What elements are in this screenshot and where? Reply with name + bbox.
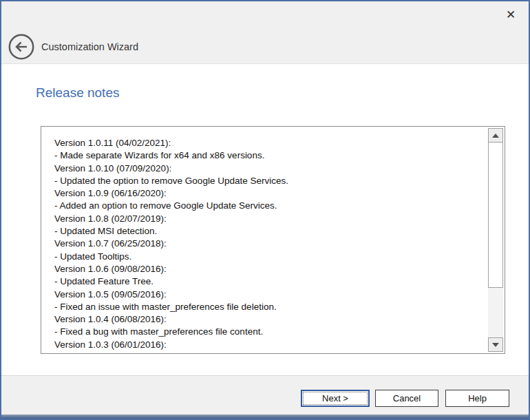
page-title: Release notes bbox=[36, 85, 119, 101]
release-notes-text: Version 1.0.11 (04/02/2021): - Made sepa… bbox=[41, 127, 486, 353]
scroll-up-icon bbox=[492, 134, 499, 138]
scrollbar-track[interactable] bbox=[488, 288, 503, 337]
wizard-window: Customization Wizard ✕ Release notes Ver… bbox=[0, 0, 530, 420]
scrollbar-thumb[interactable] bbox=[488, 143, 503, 288]
wizard-header: Customization Wizard ✕ bbox=[1, 1, 529, 64]
scroll-down-button[interactable] bbox=[488, 337, 503, 352]
window-title: Customization Wizard bbox=[41, 41, 138, 52]
scroll-up-button[interactable] bbox=[488, 128, 503, 143]
scroll-down-icon bbox=[492, 343, 499, 347]
help-button[interactable]: Help bbox=[445, 390, 509, 407]
release-notes-box[interactable]: Version 1.0.11 (04/02/2021): - Made sepa… bbox=[41, 126, 505, 354]
vertical-scrollbar[interactable] bbox=[488, 128, 503, 352]
window-bottom-border bbox=[1, 414, 529, 419]
cancel-button[interactable]: Cancel bbox=[375, 390, 438, 407]
back-button[interactable] bbox=[8, 33, 35, 61]
next-button[interactable]: Next > bbox=[301, 390, 370, 407]
back-arrow-icon bbox=[8, 51, 35, 63]
wizard-footer: Next > Cancel Help bbox=[1, 375, 529, 414]
close-icon[interactable]: ✕ bbox=[501, 6, 520, 23]
